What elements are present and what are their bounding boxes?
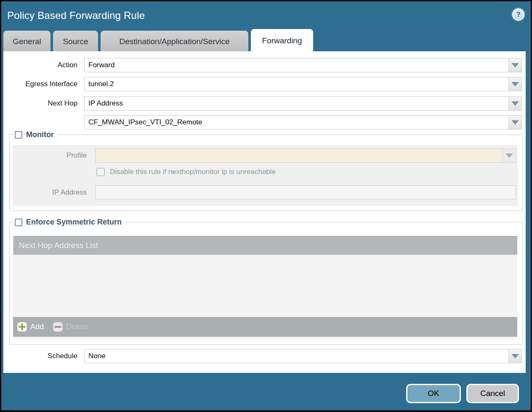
profile-dropdown-button [503, 148, 516, 163]
next-hop-address-list-body[interactable] [13, 255, 517, 317]
action-dropdown-button[interactable] [508, 58, 522, 72]
egress-interface-label: Egress Interface [3, 77, 81, 91]
next-hop-address-list-header: Next Hop Address List [13, 236, 517, 255]
monitor-legend-label: Monitor [26, 130, 54, 139]
action-select[interactable]: Forward [84, 58, 522, 72]
minus-icon [53, 322, 63, 332]
chevron-down-icon [511, 354, 519, 359]
enforce-legend-label: Enforce Symmetric Return [26, 218, 122, 227]
delete-button-label: Delete [66, 322, 88, 331]
next-hop-value[interactable]: IP Address [84, 96, 508, 111]
cancel-button[interactable]: Cancel [466, 384, 519, 403]
next-hop-select[interactable]: IP Address [84, 96, 522, 111]
schedule-select[interactable]: None [84, 349, 522, 363]
monitor-fieldset: Monitor Profile Disable this rule if nex… [9, 130, 523, 211]
chevron-down-icon [511, 120, 519, 125]
monitor-panel: Profile Disable this rule if nexthop/mon… [13, 145, 518, 206]
dialog-footer: OK Cancel [406, 384, 519, 403]
schedule-value[interactable]: None [84, 349, 508, 363]
enforce-symmetric-return-fieldset: Enforce Symmetric Return Next Hop Addres… [9, 218, 523, 345]
schedule-dropdown-button[interactable] [508, 349, 522, 363]
monitor-ip-input [95, 185, 516, 199]
monitor-ip-label: IP Address [13, 185, 91, 200]
disable-rule-checkbox [96, 168, 105, 176]
disable-rule-label: Disable this rule if nexthop/monitor ip … [110, 168, 276, 176]
egress-interface-value[interactable]: tunnel.2 [84, 77, 508, 91]
dialog-title: Policy Based Forwarding Rule [7, 10, 145, 21]
egress-interface-select[interactable]: tunnel.2 [84, 77, 522, 91]
next-hop-address-dropdown-button[interactable] [508, 115, 522, 129]
chevron-down-icon [511, 101, 519, 106]
next-hop-row: Next Hop IP Address [3, 96, 526, 111]
chevron-down-icon [505, 153, 513, 158]
schedule-row: Schedule None [3, 349, 526, 363]
next-hop-address-select[interactable]: CF_MWAN_IPsec_VTI_02_Remote [84, 115, 522, 129]
tab-general[interactable]: General [3, 31, 51, 53]
tab-bar: General Source Destination/Application/S… [3, 28, 529, 51]
delete-button: Delete [53, 322, 88, 332]
egress-interface-dropdown-button[interactable] [508, 77, 522, 91]
action-row: Action Forward [3, 58, 526, 72]
profile-row: Profile [13, 148, 518, 163]
next-hop-label: Next Hop [3, 96, 81, 111]
help-icon-glyph: ? [516, 11, 520, 19]
egress-interface-row: Egress Interface tunnel.2 [3, 77, 526, 91]
schedule-label: Schedule [3, 349, 81, 363]
action-value[interactable]: Forward [84, 58, 508, 72]
tab-forwarding-label: Forwarding [262, 36, 302, 45]
monitor-ip-row: IP Address [13, 185, 518, 200]
help-icon[interactable]: ? [512, 8, 524, 21]
action-label: Action [3, 58, 81, 72]
next-hop-address-row: CF_MWAN_IPsec_VTI_02_Remote [3, 115, 526, 129]
profile-label: Profile [13, 148, 91, 163]
tab-destination-label: Destination/Application/Service [120, 37, 230, 46]
add-button-label: Add [30, 322, 44, 331]
tab-forwarding[interactable]: Forwarding [251, 29, 313, 53]
chevron-down-icon [511, 82, 519, 87]
monitor-checkbox[interactable] [15, 131, 22, 139]
monitor-legend: Monitor [13, 130, 57, 139]
next-hop-address-table: Next Hop Address List Add [13, 236, 517, 339]
tab-source[interactable]: Source [53, 31, 98, 53]
tab-destination-application-service[interactable]: Destination/Application/Service [101, 31, 248, 53]
add-button[interactable]: Add [17, 322, 44, 332]
tab-source-label: Source [63, 37, 88, 46]
table-bottom-strip [13, 337, 517, 339]
next-hop-dropdown-button[interactable] [508, 96, 522, 111]
enforce-legend: Enforce Symmetric Return [13, 218, 125, 227]
profile-select [95, 148, 516, 163]
pbf-rule-dialog: Policy Based Forwarding Rule ? General S… [1, 1, 531, 410]
tab-general-label: General [13, 37, 41, 46]
dialog-titlebar: Policy Based Forwarding Rule ? [1, 1, 531, 28]
table-toolbar: Add Delete [13, 317, 517, 337]
enforce-symmetric-return-checkbox[interactable] [15, 219, 22, 226]
next-hop-address-value[interactable]: CF_MWAN_IPsec_VTI_02_Remote [84, 115, 508, 129]
ok-button[interactable]: OK [406, 384, 461, 403]
tab-content-forwarding: Action Forward Egress Interface tunnel.2… [3, 51, 526, 373]
chevron-down-icon [511, 63, 519, 68]
plus-icon [17, 322, 27, 332]
disable-rule-row: Disable this rule if nexthop/monitor ip … [96, 168, 276, 176]
profile-value [95, 148, 503, 163]
